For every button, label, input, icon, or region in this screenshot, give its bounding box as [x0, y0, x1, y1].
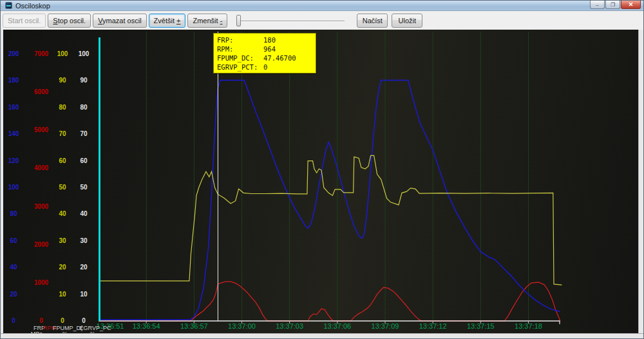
y-tick-fpump_dc: 40 — [59, 210, 66, 217]
y-tick-frp: 80 — [10, 210, 17, 217]
tooltip-row: EGRVP_PCT:0 — [217, 63, 316, 72]
window-left-edge — [1, 30, 3, 333]
y-tick-rpm: 6000 — [34, 88, 48, 95]
tooltip-row: FRP:180 — [217, 35, 316, 44]
y-tick-rpm: 7000 — [34, 50, 48, 57]
app-icon — [5, 2, 12, 9]
y-tick-rpm: 5000 — [34, 126, 48, 133]
close-button[interactable]: ✕ — [621, 1, 641, 9]
y-tick-rpm: 2000 — [34, 241, 48, 248]
maximize-button[interactable]: ❐ — [605, 1, 620, 9]
y-tick-fpump_dc: 0 — [61, 317, 64, 324]
time-tick-label: 13:37:00 — [228, 322, 256, 330]
window-right-edge — [638, 30, 644, 333]
y-tick-egrvp_pct: 70 — [80, 130, 87, 137]
y-tick-fpump_dc: 70 — [59, 130, 66, 137]
window-bottom-edge[interactable] — [1, 333, 644, 339]
y-tick-egrvp_pct: 40 — [80, 210, 87, 217]
tooltip-row: FPUMP_DC:47.46700 — [217, 53, 316, 63]
y-tick-fpump_dc: 20 — [59, 264, 66, 271]
y-tick-egrvp_pct: 60 — [80, 157, 87, 164]
trace-rpm — [99, 282, 560, 321]
time-tick-label: 13:36:54 — [133, 322, 160, 330]
y-tick-egrvp_pct: 50 — [80, 184, 87, 191]
save-button[interactable]: Uložit — [392, 14, 422, 28]
trace-frp — [99, 80, 560, 320]
time-tick-label: 13:37:09 — [372, 322, 399, 330]
y-tick-fpump_dc: 80 — [59, 104, 66, 111]
y-tick-egrvp_pct: 20 — [80, 264, 87, 271]
zvetsit-button[interactable]: Zvětšit + — [149, 14, 186, 28]
y-tick-egrvp_pct: 100 — [79, 50, 90, 57]
toolbar-buttons: Start oscil.Stop oscil.Vymazat oscilZvět… — [1, 14, 227, 28]
y-tick-frp: 0 — [12, 317, 15, 324]
y-tick-egrvp_pct: 90 — [80, 77, 87, 84]
y-tick-fpump_dc: 30 — [59, 237, 66, 244]
window-controls: – ❐ ✕ — [589, 1, 641, 9]
vymazat-oscil-button[interactable]: Vymazat oscil — [93, 14, 146, 28]
tooltip-row: RPM:964 — [217, 44, 316, 53]
cursor-tooltip: FRP:180RPM:964FPUMP_DC:47.46700EGRVP_PCT… — [213, 33, 316, 73]
y-tick-egrvp_pct: 30 — [80, 237, 87, 244]
title-bar[interactable]: Osciloskop – ❐ ✕ — [1, 1, 643, 11]
time-tick-label: 13:37:18 — [515, 322, 542, 330]
zoom-slider-thumb[interactable] — [236, 15, 241, 26]
y-tick-frp: 140 — [8, 130, 19, 137]
load-button[interactable]: Načíst — [357, 14, 388, 28]
y-tick-fpump_dc: 50 — [59, 184, 66, 191]
y-tick-frp: 100 — [8, 184, 19, 191]
zoom-slider[interactable] — [236, 14, 345, 28]
y-tick-frp: 200 — [8, 50, 19, 57]
stop-oscil-button[interactable]: Stop oscil. — [48, 14, 91, 28]
app-window: Osciloskop – ❐ ✕ Start oscil.Stop oscil.… — [0, 0, 644, 339]
y-tick-egrvp_pct: 10 — [80, 291, 87, 298]
time-tick-label: 13:37:15 — [467, 322, 495, 330]
plot-canvas[interactable] — [1, 30, 644, 333]
window-title: Osciloskop — [15, 2, 50, 10]
y-tick-frp: 40 — [10, 264, 17, 271]
y-tick-rpm: 3000 — [34, 203, 48, 210]
trace-fpump_dc — [99, 155, 562, 285]
y-tick-fpump_dc: 10 — [59, 291, 66, 298]
y-tick-fpump_dc: 100 — [57, 50, 68, 57]
minimize-button[interactable]: – — [590, 1, 605, 9]
y-tick-frp: 160 — [8, 104, 19, 111]
y-tick-rpm: 0 — [39, 317, 43, 324]
y-tick-frp: 60 — [10, 237, 17, 244]
start-oscil-button[interactable]: Start oscil. — [3, 14, 46, 28]
y-tick-fpump_dc: 60 — [59, 157, 66, 164]
y-tick-egrvp_pct: 80 — [80, 104, 87, 111]
y-tick-fpump_dc: 90 — [59, 77, 66, 84]
y-tick-frp: 180 — [8, 77, 19, 84]
time-tick-label: 13:37:12 — [419, 322, 447, 330]
y-tick-frp: 20 — [10, 291, 17, 298]
time-tick-label: 13:36:57 — [180, 322, 208, 330]
oscilloscope-chart[interactable]: 2001801601401201008060402007000600050004… — [1, 30, 644, 333]
y-tick-rpm: 1000 — [34, 279, 48, 286]
time-tick-label: 13:37:06 — [323, 322, 351, 330]
y-tick-frp: 120 — [8, 157, 19, 164]
toolbar: Start oscil.Stop oscil.Vymazat oscilZvět… — [1, 12, 643, 30]
y-tick-egrvp_pct: 0 — [82, 317, 86, 324]
zoom-slider-track — [239, 21, 345, 22]
y-tick-rpm: 4000 — [34, 164, 48, 171]
zmensit-button[interactable]: Zmenšit - — [187, 14, 227, 28]
time-tick-label: 13:37:03 — [276, 322, 303, 330]
